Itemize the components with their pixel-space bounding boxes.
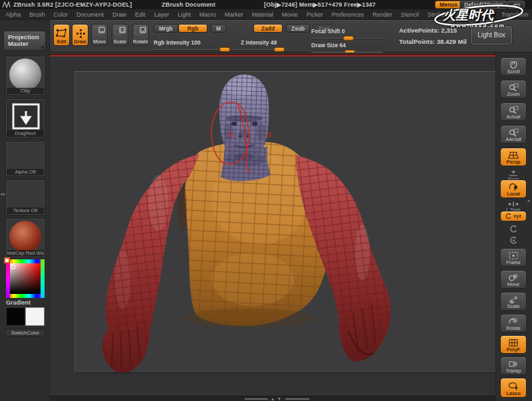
memory-stats: [Obj▶7246] Mem▶517+479 Free▶1347 [264,0,376,9]
right-tray-handle[interactable]: ▸ [527,198,531,203]
history-button[interactable]: ◀!!! [507,1,525,9]
rgb-button[interactable]: Rgb [178,24,207,33]
current-brush-slot[interactable]: Clay [6,57,45,95]
switch-color[interactable] [6,307,45,326]
zsub-button[interactable]: Zsub [286,24,310,33]
brush-slot-label: Clay [7,88,44,94]
zbrush-document[interactable] [74,71,495,372]
focal-shift-slider[interactable]: Focal Shift 0 [311,24,383,39]
menu-document[interactable]: Document [76,11,104,18]
menu-tool[interactable]: Tool [481,11,493,18]
menu-render[interactable]: Render [372,11,392,18]
rgb-intensity-slider[interactable]: Rgb Intensity 100 [154,35,237,51]
move-3d-button[interactable]: Move [500,270,527,289]
menus-button[interactable]: Menus [435,1,462,9]
menu-alpha[interactable]: Alpha [5,11,21,18]
rotate-button[interactable]: R Rotate [132,24,149,46]
bottom-tray-bar[interactable]: ▲ ▼ [50,396,495,401]
menu-stencil[interactable]: Stencil [401,11,419,18]
edit-button[interactable]: Edit [53,24,70,46]
menu-texture[interactable]: Texture [454,11,473,18]
z-intensity-slider[interactable]: Z Intensity 49 [231,35,287,51]
edit-label: Edit [57,39,66,45]
zoom-button[interactable]: Zoom [500,80,527,98]
current-alpha-slot[interactable]: Alpha Off [6,142,45,176]
menu-bar: Alpha Brush Color Document Draw Edit Lay… [0,9,532,20]
current-material-slot[interactable]: MatCap Red Wa [6,219,45,257]
rotate-3d-button[interactable]: Rotate [500,314,527,333]
menu-edit[interactable]: Edit [135,11,146,18]
menu-transform[interactable]: Transform [501,11,529,18]
menu-macro[interactable]: Macro [200,11,216,18]
tray-open-icon[interactable]: ▲ [271,396,275,401]
rgb-intensity-handle[interactable] [219,47,230,52]
zadd-button[interactable]: Zadd [253,24,283,33]
scale-3d-button[interactable]: Scale [500,292,527,311]
spin-free-button[interactable] [500,225,527,233]
move-label: Move [93,39,106,45]
right-shelf: Scroll Zoom Actual AAHalf [495,53,532,401]
main-color-swatch[interactable] [6,307,25,326]
persp-button[interactable]: Persp [500,148,527,166]
menu-color[interactable]: Color [54,11,68,18]
frame-button[interactable]: Frame [500,248,527,267]
scroll-button[interactable]: Scroll [500,57,527,76]
menu-brush[interactable]: Brush [29,11,45,18]
draw-size-label: Draw Size 64 [311,42,346,49]
app-title: ZBrush 3.5R2 [ZJCO-EMZY-AYPJ-DOEL] [13,0,132,9]
menu-picker[interactable]: Picker [307,11,323,18]
aahalf-button[interactable]: AAHalf [500,125,527,144]
bottom-tray-grip[interactable] [245,398,268,400]
menu-material[interactable]: Material [252,11,273,18]
draw-icon [75,29,86,39]
rgb-intensity-label: Rgb Intensity 100 [154,39,200,46]
menu-layer[interactable]: Layer [154,11,170,18]
top-toolbar: Edit Draw M Move S Scale R Rotate Mrgb R… [0,20,532,53]
draw-button[interactable]: Draw [72,24,88,46]
menu-preferences[interactable]: Preferences [332,11,364,18]
menu-stroke[interactable]: Stroke [428,11,445,18]
menu-movie[interactable]: Movie [282,11,298,18]
z-intensity-track[interactable] [231,49,287,51]
document-title: ZBrush Document [162,0,215,9]
tray-close-icon[interactable]: ▼ [277,396,281,401]
left-tray-handle[interactable]: ◂◂ [0,192,5,196]
transp-button[interactable]: Transp [500,356,527,375]
title-bar: ZBrush 3.5R2 [ZJCO-EMZY-AYPJ-DOEL] ZBrus… [0,0,532,9]
canvas-area[interactable]: ▲ ▼ [50,53,495,401]
spin-axis-button[interactable] [500,236,527,245]
menu-draw[interactable]: Draw [112,11,126,18]
rgb-intensity-track[interactable] [154,49,237,51]
projection-master-button[interactable]: Projection Master [3,31,46,51]
menu-marker[interactable]: Marker [225,11,243,18]
polyf-button[interactable]: PolyF [500,335,527,354]
switch-color-label[interactable]: SwitchColor [5,329,46,336]
z-intensity-label: Z Intensity 49 [231,39,277,46]
draw-size-slider[interactable]: Draw Size 64 [311,38,383,53]
current-texture-slot[interactable]: Texture Off [6,180,45,215]
m-button[interactable]: M [211,24,226,33]
default-zscript-button[interactable]: DefaultZScript [460,1,507,9]
scale-button[interactable]: S Scale [112,24,128,46]
bottom-tray-grip[interactable] [285,398,309,400]
local-button[interactable]: Local [500,180,527,198]
picker-cursor[interactable] [12,265,15,269]
scale-label: Scale [114,39,127,45]
zbrush-window: ZBrush 3.5R2 [ZJCO-EMZY-AYPJ-DOEL] ZBrus… [0,0,532,401]
secondary-color-swatch[interactable] [25,307,45,326]
scale-badge: S [119,27,126,33]
rotate-xyz-button[interactable]: xyz [500,211,527,221]
actual-button[interactable]: Actual [500,102,527,121]
move-button[interactable]: M Move [91,24,108,46]
gradient-label: Gradient [6,299,31,306]
current-stroke-slot[interactable]: DragRect [6,99,45,138]
color-picker[interactable] [6,259,45,298]
z-intensity-handle[interactable] [274,47,285,52]
light-box-button[interactable]: Light Box [471,26,512,45]
lasso-button[interactable]: Lasso [500,378,527,398]
mrgb-button[interactable]: Mrgb [154,24,178,33]
texture-slot-label: Texture Off [7,207,44,214]
rotate-badge: R [140,27,146,33]
menu-light[interactable]: Light [178,11,191,18]
left-shelf: Projection Master Clay DragRect Alpha Of… [0,20,50,401]
